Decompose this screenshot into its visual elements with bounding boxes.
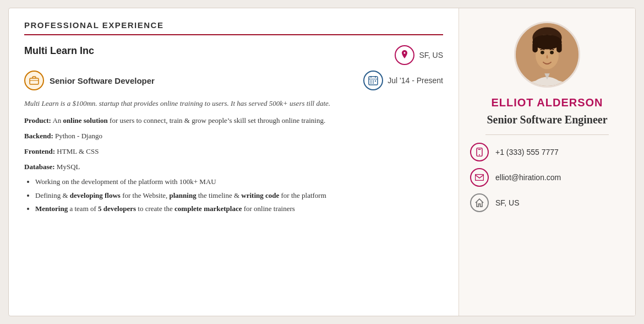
- email-icon: [475, 174, 484, 181]
- bold-planning: planning: [170, 191, 197, 199]
- detail-database: Database: MySQL: [24, 161, 443, 173]
- detail-database-label: Database:: [24, 163, 55, 171]
- role-title: Senior Software Developer: [50, 76, 155, 85]
- svg-rect-9: [370, 83, 372, 84]
- avatar-svg: [516, 21, 578, 88]
- svg-rect-18: [532, 42, 538, 52]
- svg-rect-7: [373, 80, 374, 82]
- location-contact-text: SF, US: [495, 198, 520, 207]
- list-item: Mentoring a team of 5 developers to crea…: [35, 203, 443, 215]
- location-text: SF, US: [419, 51, 443, 60]
- company-row: Multi Learn Inc SF, US: [24, 45, 443, 65]
- location-box: SF, US: [395, 45, 443, 65]
- detail-product-bold: online solution: [63, 116, 108, 125]
- contact-phone: +1 (333) 555 7777: [470, 143, 624, 161]
- svg-rect-19: [556, 42, 562, 52]
- bold-5-developers: 5 developers: [98, 204, 136, 213]
- list-item: Working on the development of the platfo…: [35, 176, 443, 188]
- right-panel: ELLIOT ALDERSON Senior Software Engineer…: [459, 8, 635, 316]
- contact-list: +1 (333) 555 7777 elliot@hiration.com: [470, 143, 624, 212]
- svg-point-22: [479, 154, 480, 155]
- svg-rect-10: [373, 83, 374, 84]
- detail-frontend-label: Frontend:: [24, 147, 55, 155]
- date-text: Jul '14 - Present: [388, 76, 443, 85]
- job-description: Multi Learn is a $100mn. startup that pr…: [24, 98, 443, 109]
- resume-container: PROFESSIONAL EXPERIENCE Multi Learn Inc …: [8, 8, 636, 316]
- svg-rect-0: [30, 78, 39, 84]
- svg-point-16: [550, 51, 554, 55]
- date-box: Jul '14 - Present: [363, 71, 443, 90]
- calendar-icon: [368, 75, 378, 85]
- detail-product-label: Product:: [24, 116, 51, 125]
- home-icon: [475, 198, 484, 207]
- svg-rect-8: [375, 80, 376, 82]
- role-left: Senior Software Developer: [24, 71, 155, 90]
- person-title: Senior Software Engineer: [487, 112, 607, 127]
- bullet-list: Working on the development of the platfo…: [35, 176, 443, 215]
- home-icon-circle: [470, 193, 489, 212]
- pin-icon: [400, 50, 409, 60]
- role-row: Senior Software Developer: [24, 71, 443, 90]
- company-name: Multi Learn Inc: [24, 45, 94, 57]
- detail-frontend: Frontend: HTML & CSS: [24, 145, 443, 158]
- phone-icon: [476, 148, 483, 156]
- detail-product: Product: An online solution for users to…: [24, 115, 443, 127]
- phone-icon-circle: [470, 143, 489, 161]
- svg-point-15: [541, 51, 544, 55]
- detail-backend-label: Backend:: [24, 132, 53, 140]
- person-name: ELLIOT ALDERSON: [491, 96, 603, 109]
- contact-email: elliot@hiration.com: [470, 168, 624, 187]
- calendar-icon-circle: [363, 71, 383, 90]
- email-icon-circle: [470, 168, 489, 187]
- avatar: [514, 21, 580, 88]
- briefcase-icon-circle: [24, 71, 44, 90]
- location-icon-circle: [395, 45, 414, 65]
- bold-complete-marketplace: complete marketplace: [174, 204, 242, 213]
- email-text: elliot@hiration.com: [495, 173, 561, 182]
- contact-location: SF, US: [470, 193, 624, 212]
- section-title: PROFESSIONAL EXPERIENCE: [24, 20, 443, 35]
- bold-developing-flows: developing flows: [70, 191, 121, 199]
- svg-rect-21: [478, 149, 481, 150]
- bold-writing-code: writing code: [241, 191, 279, 199]
- briefcase-icon: [29, 76, 39, 85]
- bold-mentoring: Mentoring: [35, 204, 68, 213]
- list-item: Defining & developing flows for the Webs…: [35, 190, 443, 202]
- divider: [485, 134, 609, 135]
- phone-text: +1 (333) 555 7777: [495, 148, 559, 156]
- svg-rect-6: [370, 80, 372, 82]
- detail-backend: Backend: Python - Django: [24, 130, 443, 142]
- svg-rect-23: [476, 175, 484, 181]
- left-panel: PROFESSIONAL EXPERIENCE Multi Learn Inc …: [9, 8, 459, 316]
